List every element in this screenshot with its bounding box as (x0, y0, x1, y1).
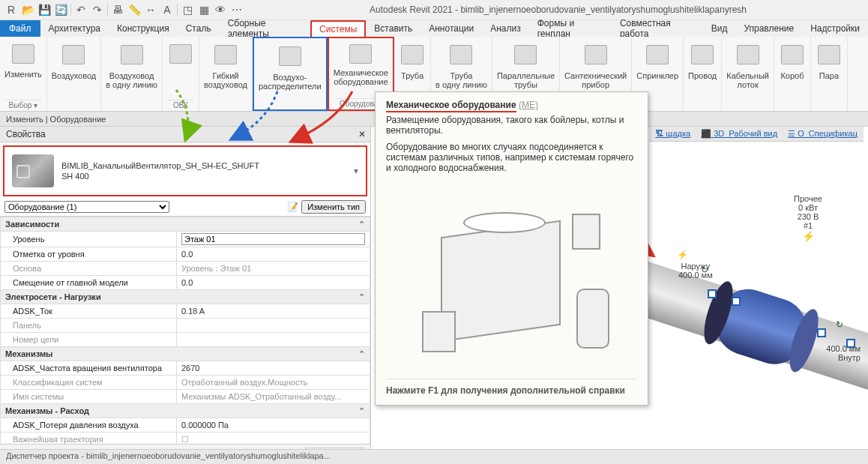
tooltip-paragraph-2: Оборудование во многих случаях подсоедин… (386, 142, 637, 173)
ribbon-modify[interactable]: ИзменитьВыбор ▾ (0, 37, 47, 111)
property-row[interactable]: Номер цепи (1, 333, 370, 347)
property-row[interactable]: Отметка от уровня0.0 (1, 247, 370, 262)
dim-icon[interactable]: ↔ (144, 3, 157, 16)
ribbon-duct[interactable]: Воздуховод (47, 37, 102, 111)
property-value[interactable]: Механизмы ADSK_Отработанный возду... (177, 390, 370, 404)
ribbon-wire[interactable]: Провод (684, 37, 722, 111)
property-name: Важнейшая траектория (1, 433, 177, 445)
tab-view[interactable]: Вид (703, 20, 736, 37)
section-box-icon[interactable]: ▦ (197, 3, 211, 16)
tab-manage[interactable]: Управление (735, 20, 802, 37)
print-icon[interactable]: 🖶 (111, 3, 124, 16)
group-header[interactable]: Электросети - Нагрузки⌃ (1, 290, 370, 304)
tab-insert[interactable]: Вставить (366, 20, 421, 37)
property-name: Уровень (1, 232, 177, 247)
property-value[interactable] (177, 232, 370, 247)
property-grid[interactable]: Зависимости⌃УровеньОтметка от уровня0.0О… (0, 217, 370, 444)
ribbon-conduit[interactable]: Короб (774, 37, 811, 111)
property-row[interactable]: ADSK_Ток0.18 A (1, 304, 370, 319)
tab-collaborate[interactable]: Совместная работа (612, 20, 703, 37)
more-icon[interactable]: ⋯ (230, 3, 244, 16)
ribbon-flex-duct[interactable]: Гибкий воздуховод (199, 37, 253, 111)
property-value[interactable] (177, 333, 370, 347)
measure-icon[interactable]: 📏 (127, 3, 141, 16)
property-row[interactable]: Панель (1, 319, 370, 333)
nav-icon[interactable]: ◳ (181, 3, 194, 16)
group-header[interactable]: Механизмы⌃ (1, 347, 370, 361)
sync-icon[interactable]: 🔄 (54, 3, 67, 16)
redo-icon[interactable]: ↷ (91, 3, 104, 16)
properties-header: Свойства ✕ (0, 127, 370, 142)
type-size: SH 400 (61, 171, 259, 181)
ribbon-duct-placeholder[interactable]: Воздуховод в одну линию (101, 37, 163, 111)
property-value[interactable]: 0.000000 Па (177, 418, 370, 433)
conduit-label: Короб (780, 71, 804, 101)
svg-text:↻: ↻ (836, 319, 843, 330)
property-row[interactable]: Смещение от главной модели0.0 (1, 276, 370, 290)
property-row[interactable]: Классификация системОтработанный воздух,… (1, 376, 370, 390)
property-value[interactable]: ☐ (177, 433, 370, 445)
tab-precast[interactable]: Сборные элементы (220, 20, 310, 37)
tab-systems[interactable]: Системы (310, 20, 366, 37)
edit-type-icon[interactable]: 📝 (287, 202, 298, 212)
tab-addins[interactable]: Надстройки (802, 20, 868, 37)
air-terminal-label: Воздухо- распределители (259, 73, 322, 103)
text-a-icon[interactable]: A (160, 3, 174, 16)
ribbon-tabs: Файл Архитектура Конструкция Сталь Сборн… (0, 20, 868, 37)
property-value[interactable]: 0.0 (177, 276, 370, 290)
property-row[interactable]: ADSK_Частота вращения вентилятора2670 (1, 361, 370, 376)
pipe-icon (399, 41, 426, 68)
group-header[interactable]: Механизмы - Расход⌃ (1, 404, 370, 418)
flex-duct-icon (212, 41, 239, 68)
connector-in-label: 400.0 мм Внутр (826, 344, 861, 362)
revit-icon[interactable]: R (4, 3, 18, 16)
modify-footer: Выбор ▾ (4, 100, 42, 109)
property-value[interactable]: Уровень : Этаж 01 (177, 262, 370, 276)
mech-eq-icon (347, 43, 374, 65)
quick-access-toolbar: R 📂 💾 🔄 ↶ ↷ 🖶 📏 ↔ A ◳ ▦ 👁 ⋯ (0, 3, 248, 16)
type-selector[interactable]: BIMLIB_КанальныйВентилятор_SH_SH-EC_SHUF… (3, 145, 367, 196)
property-name: Имя системы (1, 390, 177, 404)
property-value[interactable]: Отработанный воздух,Мощность (177, 376, 370, 390)
property-value[interactable]: 2670 (177, 361, 370, 376)
property-name: Основа (1, 262, 177, 276)
tab-steel[interactable]: Сталь (178, 20, 220, 37)
property-value[interactable]: 0.18 A (177, 304, 370, 319)
property-value[interactable] (177, 319, 370, 333)
svg-text:⚡: ⚡ (677, 249, 688, 260)
property-row[interactable]: ADSK_Потеря давления воздуха0.000000 Па (1, 418, 370, 433)
property-row[interactable]: Имя системыМеханизмы ADSK_Отработанный в… (1, 390, 370, 404)
tooltip-f1: Нажмите F1 для получения дополнительной … (386, 379, 637, 396)
tab-architecture[interactable]: Архитектура (40, 20, 109, 37)
tab-massing[interactable]: Формы и генплан (529, 20, 612, 37)
svg-rect-5 (732, 298, 740, 305)
type-text: BIMLIB_КанальныйВентилятор_SH_SH-EC_SHUF… (61, 160, 259, 181)
modify-icon (10, 41, 37, 67)
air-terminal-icon (277, 43, 304, 70)
type-selector-caret[interactable]: ▾ (354, 166, 358, 176)
ribbon-para[interactable]: Пара (811, 37, 848, 111)
edit-type-button[interactable]: Изменить тип (301, 200, 366, 214)
tab-structure[interactable]: Конструкция (109, 20, 178, 37)
property-input[interactable] (181, 233, 365, 245)
undo-icon[interactable]: ↶ (74, 3, 88, 16)
property-value[interactable]: 0.0 (177, 247, 370, 262)
group-header[interactable]: Зависимости⌃ (1, 217, 370, 232)
category-select[interactable]: Оборудование (1) (4, 201, 169, 213)
ribbon-air-terminal[interactable]: Воздухо- распределители (253, 37, 328, 111)
property-row[interactable]: ОсноваУровень : Этаж 01 (1, 262, 370, 276)
property-row[interactable]: Важнейшая траектория☐ (1, 433, 370, 445)
save-icon[interactable]: 💾 (37, 3, 51, 16)
close-icon[interactable]: ✕ (358, 129, 366, 139)
wire-label: Провод (688, 71, 717, 101)
ribbon-obk[interactable]: ОВК (163, 37, 199, 111)
ribbon-cable-tray[interactable]: Кабельный лоток (722, 37, 774, 111)
property-row[interactable]: Уровень (1, 232, 370, 247)
duct-placeholder-label: Воздуховод в одну линию (106, 71, 157, 101)
open-icon[interactable]: 📂 (21, 3, 34, 16)
cable-tray-icon (735, 41, 762, 68)
hide-icon[interactable]: 👁 (214, 3, 227, 16)
tab-annotation[interactable]: Аннотации (421, 20, 482, 37)
tab-analyze[interactable]: Анализ (482, 20, 529, 37)
file-tab[interactable]: Файл (0, 20, 40, 37)
